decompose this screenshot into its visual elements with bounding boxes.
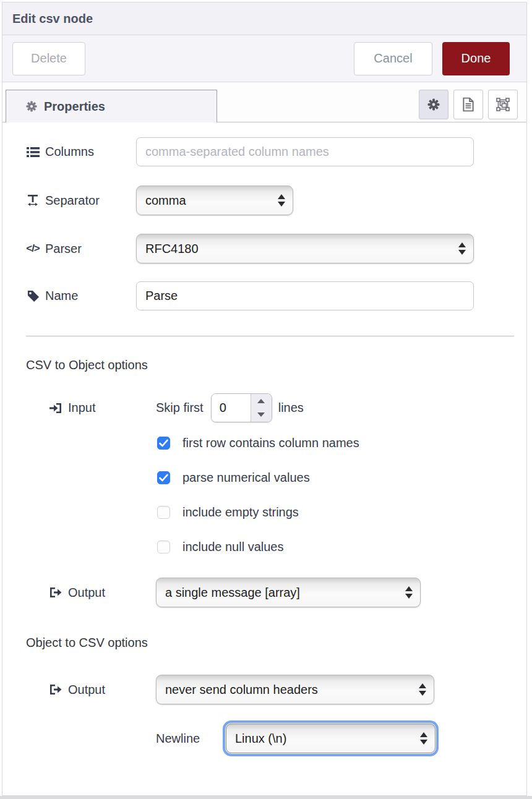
columns-row: Columns bbox=[26, 137, 526, 166]
checkbox-label[interactable]: include null values bbox=[182, 540, 283, 554]
parser-select[interactable]: RFC4180 bbox=[136, 234, 474, 263]
gear-icon bbox=[427, 98, 440, 111]
properties-panel: Columns Separator comma bbox=[2, 122, 526, 795]
document-icon bbox=[461, 98, 475, 111]
checkbox-row: include null values bbox=[157, 540, 526, 554]
csv-output-select-value: a single message [array] bbox=[165, 586, 300, 600]
appearance-icon bbox=[496, 98, 510, 111]
list-icon bbox=[26, 145, 40, 159]
columns-input[interactable] bbox=[136, 137, 474, 166]
input-label: Input bbox=[49, 401, 156, 415]
tab-properties-label: Properties bbox=[44, 100, 105, 114]
include-null-values-checkbox[interactable] bbox=[157, 540, 170, 553]
cancel-button[interactable]: Cancel bbox=[354, 42, 432, 75]
edit-csv-node-dialog: Edit csv node Delete Cancel Done Propert… bbox=[2, 2, 527, 796]
parser-row: </> Parser RFC4180 bbox=[26, 234, 526, 263]
stepper-down-button[interactable] bbox=[251, 408, 272, 422]
sign-in-icon bbox=[49, 401, 62, 415]
name-input[interactable] bbox=[136, 281, 474, 310]
separator-select[interactable]: comma bbox=[136, 186, 293, 215]
object-to-csv-heading: Object to CSV options bbox=[26, 636, 526, 650]
tab-bar: Properties bbox=[2, 82, 526, 122]
dialog-title: Edit csv node bbox=[12, 12, 93, 26]
name-row: Name bbox=[26, 281, 526, 310]
done-button[interactable]: Done bbox=[442, 42, 510, 75]
lines-text: lines bbox=[278, 401, 304, 415]
obj-output-select[interactable]: never send column headers bbox=[156, 675, 434, 704]
output-label: Output bbox=[49, 586, 156, 600]
skip-lines-input[interactable] bbox=[212, 394, 251, 422]
tag-icon bbox=[26, 289, 40, 303]
checkmark-icon bbox=[159, 474, 168, 482]
newline-row: Newline Linux (\n) bbox=[26, 724, 526, 753]
sign-out-icon bbox=[49, 683, 62, 696]
checkbox-label[interactable]: parse numerical values bbox=[182, 471, 310, 485]
checkbox-label[interactable]: include empty strings bbox=[182, 505, 299, 519]
checkmark-icon bbox=[159, 439, 168, 447]
sign-out-icon bbox=[49, 586, 62, 599]
csv-to-object-heading: CSV to Object options bbox=[26, 358, 526, 372]
tab-icon-buttons bbox=[419, 90, 518, 119]
separator-row: Separator comma bbox=[26, 186, 526, 215]
output-label: Output bbox=[49, 683, 156, 697]
obj-output-row: Output never send column headers bbox=[26, 675, 526, 704]
first-row-checkbox[interactable] bbox=[157, 437, 170, 450]
checkbox-row: first row contains column names bbox=[157, 436, 526, 450]
dialog-bottom-edge[interactable] bbox=[0, 796, 532, 799]
parser-label: </> Parser bbox=[26, 242, 136, 256]
stepper-buttons bbox=[251, 394, 272, 422]
input-options-row: Input Skip first lines bbox=[26, 393, 526, 422]
skip-first-text: Skip first bbox=[156, 401, 204, 415]
dialog-header: Edit csv node bbox=[2, 2, 526, 35]
checkbox-row: parse numerical values bbox=[157, 471, 526, 485]
checkbox-row: include empty strings bbox=[157, 505, 526, 519]
parse-numerical-checkbox[interactable] bbox=[157, 471, 170, 484]
separator-select-value: comma bbox=[145, 194, 186, 208]
select-arrows-icon bbox=[419, 683, 426, 696]
include-empty-strings-checkbox[interactable] bbox=[157, 506, 170, 519]
select-arrows-icon bbox=[405, 586, 413, 599]
select-arrows-icon bbox=[458, 242, 466, 255]
down-arrow-icon bbox=[257, 412, 265, 417]
columns-label: Columns bbox=[26, 145, 136, 159]
separator-label: Separator bbox=[26, 194, 136, 208]
stepper-up-button[interactable] bbox=[251, 394, 272, 408]
name-label: Name bbox=[26, 289, 136, 303]
newline-select[interactable]: Linux (\n) bbox=[226, 724, 435, 753]
select-arrows-icon bbox=[278, 194, 285, 207]
properties-tab-button[interactable] bbox=[419, 90, 448, 119]
description-tab-button[interactable] bbox=[453, 90, 483, 119]
parser-select-value: RFC4180 bbox=[145, 242, 199, 256]
tab-properties[interactable]: Properties bbox=[6, 90, 217, 122]
section-divider bbox=[26, 336, 514, 336]
up-arrow-icon bbox=[257, 399, 265, 403]
checkbox-label[interactable]: first row contains column names bbox=[182, 436, 359, 450]
csv-output-select[interactable]: a single message [array] bbox=[156, 578, 421, 607]
skip-lines-stepper bbox=[211, 393, 272, 422]
delete-button[interactable]: Delete bbox=[12, 42, 85, 75]
newline-label: Newline bbox=[156, 732, 226, 746]
newline-select-value: Linux (\n) bbox=[235, 732, 286, 746]
dialog-action-bar: Delete Cancel Done bbox=[2, 35, 526, 82]
csv-output-row: Output a single message [array] bbox=[26, 578, 526, 607]
text-width-icon bbox=[26, 194, 40, 207]
appearance-tab-button[interactable] bbox=[488, 90, 518, 119]
obj-output-select-value: never send column headers bbox=[165, 683, 318, 697]
code-icon: </> bbox=[26, 242, 40, 255]
gear-icon bbox=[25, 100, 38, 113]
select-arrows-icon bbox=[420, 732, 427, 745]
